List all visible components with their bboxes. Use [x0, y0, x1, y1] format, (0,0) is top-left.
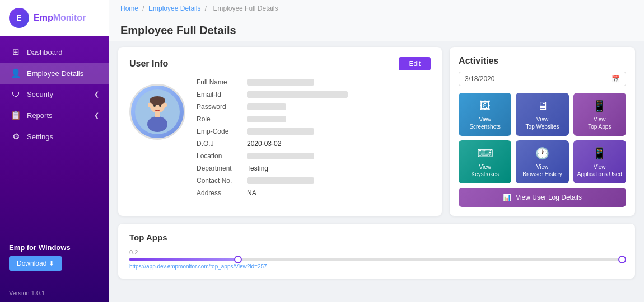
label-contact: Contact No.: [197, 177, 247, 185]
top-apps-card: Top Apps 0.2 https://app.dev.empmonitor.…: [118, 224, 635, 279]
breadcrumb: Home / Employee Details / Employee Full …: [109, 0, 644, 17]
activities-title: Activities: [459, 56, 626, 66]
field-password: Password: [197, 103, 431, 111]
user-fields: Full Name Email-Id Password Role: [197, 78, 431, 201]
view-log-button[interactable]: 📊 View User Log Details: [459, 188, 626, 207]
breadcrumb-home[interactable]: Home: [120, 4, 138, 12]
breadcrumb-employee[interactable]: Employee Details: [148, 4, 200, 12]
field-emp-code: Emp-Code: [197, 128, 431, 135]
label-password: Password: [197, 103, 247, 111]
date-picker[interactable]: 3/18/2020 📅: [459, 72, 626, 86]
field-department: Department Testing: [197, 164, 431, 172]
log-label: View User Log Details: [516, 194, 582, 201]
user-info-card: User Info Edit: [118, 47, 442, 216]
breadcrumb-current: Employee Full Details: [213, 4, 278, 12]
value-role: [247, 116, 286, 122]
version-text: Version 1.0.1: [0, 284, 109, 302]
content-area: User Info Edit: [109, 41, 644, 302]
sidebar-item-employee-details[interactable]: 👤 Employee Details: [0, 63, 109, 84]
keystrokes-icon: ⌨: [477, 146, 493, 161]
btn-top-websites[interactable]: 🖥 ViewTop Websites: [516, 93, 568, 136]
topapps-label: ViewTop Apps: [588, 116, 611, 130]
sidebar: E EmpMonitor ⊞ Dashboard 👤 Employee Deta…: [0, 0, 109, 302]
page-title: Employee Full Details: [120, 24, 633, 37]
svg-point-3: [147, 116, 167, 132]
svg-rect-4: [155, 112, 160, 117]
sidebar-item-dashboard[interactable]: ⊞ Dashboard: [0, 41, 109, 63]
slider-fill: [129, 258, 238, 261]
slider-label: 0.2: [129, 249, 624, 256]
url-bar: https://app.dev.empmonitor.com/top_apps/…: [129, 263, 624, 270]
user-info-header: User Info Edit: [129, 57, 431, 70]
btn-screenshots[interactable]: 🖼 ViewScreenshots: [459, 93, 511, 136]
keystrokes-label: ViewKeystrokes: [471, 163, 498, 178]
value-full-name: [247, 79, 314, 86]
btn-keystrokes[interactable]: ⌨ ViewKeystrokes: [459, 140, 511, 183]
breadcrumb-sep-1: /: [142, 4, 146, 12]
chevron-icon: ❮: [94, 91, 99, 98]
logo-text: EmpMonitor: [34, 13, 86, 23]
logo-emp: Emp: [34, 13, 53, 22]
websites-icon: 🖥: [537, 98, 548, 113]
field-email: Email-Id: [197, 91, 431, 98]
sidebar-label-reports: Reports: [27, 111, 53, 120]
field-address: Address NA: [197, 189, 431, 197]
svg-point-6: [164, 103, 167, 107]
logo-icon: E: [9, 8, 29, 28]
top-apps-title: Top Apps: [129, 233, 624, 242]
field-doj: D.O.J 2020-03-02: [197, 140, 431, 148]
appsused-icon: 📱: [592, 146, 606, 161]
screenshots-label: ViewScreenshots: [469, 116, 501, 130]
label-doj: D.O.J: [197, 140, 247, 148]
log-icon: 📊: [503, 194, 511, 201]
reports-icon: 📋: [10, 110, 21, 120]
value-email: [247, 91, 348, 98]
svg-point-5: [148, 103, 151, 107]
user-info-body: Full Name Email-Id Password Role: [129, 78, 431, 201]
avatar-svg: [135, 89, 180, 134]
field-full-name: Full Name: [197, 78, 431, 86]
appsused-label: ViewApplications Used: [577, 163, 622, 178]
download-title: Emp for Windows: [9, 243, 100, 252]
btn-browser-history[interactable]: 🕐 ViewBrowser History: [516, 140, 568, 183]
label-role: Role: [197, 115, 247, 123]
field-role: Role: [197, 115, 431, 123]
btn-top-apps[interactable]: 📱 ViewTop Apps: [573, 93, 626, 136]
employee-icon: 👤: [10, 68, 21, 78]
chevron-icon-2: ❮: [94, 112, 99, 119]
slider-container: 0.2: [129, 249, 624, 261]
security-icon: 🛡: [10, 89, 21, 99]
svg-point-8: [159, 105, 161, 107]
main-content: Home / Employee Details / Employee Full …: [109, 0, 644, 302]
dashboard-icon: ⊞: [10, 47, 21, 57]
field-location: Location: [197, 152, 431, 160]
settings-icon: ⚙: [10, 131, 21, 141]
date-value: 3/18/2020: [465, 75, 494, 83]
activity-grid: 🖼 ViewScreenshots 🖥 ViewTop Websites 📱 V…: [459, 93, 626, 183]
value-location: [247, 153, 314, 159]
value-password: [247, 103, 286, 110]
sidebar-download-section: Emp for Windows Download ⬇: [0, 234, 109, 280]
value-contact: [247, 177, 314, 184]
avatar: [129, 84, 185, 140]
sidebar-item-settings[interactable]: ⚙ Settings: [0, 126, 109, 147]
edit-button[interactable]: Edit: [399, 57, 431, 70]
value-address: NA: [247, 189, 256, 197]
sidebar-item-security[interactable]: 🛡 Security ❮: [0, 84, 109, 105]
sidebar-label-dashboard: Dashboard: [27, 48, 63, 56]
label-emp-code: Emp-Code: [197, 128, 247, 135]
calendar-icon: 📅: [612, 75, 620, 83]
btn-apps-used[interactable]: 📱 ViewApplications Used: [573, 140, 626, 183]
slider-track: [129, 258, 624, 261]
slider-thumb-left[interactable]: [234, 256, 242, 263]
label-address: Address: [197, 189, 247, 197]
sidebar-label-employee: Employee Details: [27, 69, 83, 78]
sidebar-item-reports[interactable]: 📋 Reports ❮: [0, 105, 109, 126]
top-row: User Info Edit: [118, 47, 635, 216]
slider-thumb-right[interactable]: [618, 256, 626, 263]
download-button[interactable]: Download ⬇: [9, 256, 62, 271]
breadcrumb-sep-2: /: [205, 4, 209, 12]
browser-label: ViewBrowser History: [522, 163, 562, 178]
label-department: Department: [197, 164, 247, 172]
sidebar-label-security: Security: [27, 90, 53, 98]
